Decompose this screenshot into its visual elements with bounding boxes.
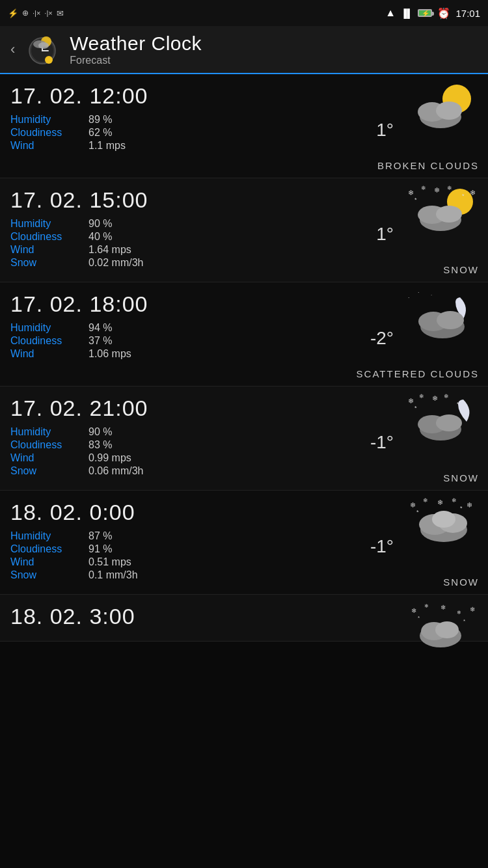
wind-row-1: Wind 1.64 mps	[10, 244, 478, 256]
svg-text:*: *	[416, 509, 419, 515]
wind-row-4: Wind 0.51 mps	[10, 556, 478, 568]
svg-text:❄: ❄	[408, 189, 414, 197]
wind-value-4: 0.51 mps	[88, 556, 131, 568]
svg-text:❄: ❄	[421, 185, 426, 191]
forecast-card-1: 17. 02. 15:00 Humidity 90 % Cloudiness 4…	[0, 178, 488, 282]
back-button[interactable]: ‹	[10, 41, 15, 58]
signal-x-icon-1: ·|×	[33, 9, 40, 17]
condition-2: SCATTERED CLOUDS	[357, 368, 479, 379]
humidity-label-2: Humidity	[10, 322, 88, 334]
status-time: 17:01	[455, 8, 480, 19]
snow-label-3: Snow	[10, 465, 88, 477]
snow-row-1: Snow 0.02 mm/3h	[10, 257, 478, 269]
condition-4: SNOW	[443, 576, 479, 588]
cloudiness-label-4: Cloudiness	[10, 543, 88, 555]
svg-text:*: *	[460, 505, 463, 511]
header-text: Weather Clock Forecast	[70, 33, 202, 66]
snow-value-3: 0.06 mm/3h	[88, 465, 143, 477]
svg-text:·: ·	[418, 289, 420, 295]
wifi-icon: ▲	[385, 7, 396, 19]
app-title: Weather Clock	[70, 33, 202, 55]
humidity-label-4: Humidity	[10, 530, 88, 542]
svg-point-15	[436, 206, 462, 223]
weather-icon-4: ❄ ❄ ❄ ❄ ❄ * *	[405, 496, 483, 554]
wind-row-0: Wind 1.1 mps	[10, 140, 478, 152]
cloudiness-value-1: 40 %	[88, 231, 112, 243]
condition-3: SNOW	[443, 472, 479, 483]
weather-icon-1: ❄ ❄ ❄ ❄ ❄ * *	[405, 183, 483, 242]
svg-point-51	[435, 621, 459, 638]
forecast-card-4: 18. 02. 0:00 Humidity 87 % Cloudiness 91…	[0, 491, 488, 595]
app-subtitle: Forecast	[70, 55, 202, 66]
condition-1: SNOW	[443, 264, 479, 275]
temperature-1: 1°	[376, 224, 394, 245]
humidity-label-0: Humidity	[10, 114, 88, 126]
svg-text:*: *	[414, 405, 417, 411]
humidity-value-2: 94 %	[88, 322, 112, 334]
wind-label-3: Wind	[10, 452, 88, 464]
app-logo	[25, 33, 59, 66]
forecast-list: 17. 02. 12:00 Humidity 89 % Cloudiness 6…	[0, 74, 488, 595]
cloudiness-value-3: 83 %	[88, 439, 112, 451]
wind-value-2: 1.06 mps	[88, 348, 131, 360]
svg-point-41	[432, 511, 455, 528]
cloudiness-label-1: Cloudiness	[10, 231, 88, 243]
svg-text:❄: ❄	[423, 497, 428, 504]
cloudiness-label-2: Cloudiness	[10, 335, 88, 347]
usb-icon: ⚡	[8, 8, 18, 18]
svg-point-31	[436, 414, 462, 431]
snow-label-4: Snow	[10, 569, 88, 581]
notification-icon: ⊕	[22, 8, 29, 18]
svg-text:·: ·	[431, 292, 432, 298]
svg-text:·: ·	[408, 294, 410, 301]
snow-row-4: Snow 0.1 mm/3h	[10, 569, 478, 581]
humidity-label-1: Humidity	[10, 218, 88, 230]
humidity-label-3: Humidity	[10, 426, 88, 438]
svg-text:❄: ❄	[434, 186, 440, 194]
app-header: ‹ Weather Clock Forecast	[0, 26, 488, 74]
weather-icon-partial: ❄ ❄ ❄ ❄ ❄ * *	[405, 600, 483, 658]
wind-label-1: Wind	[10, 244, 88, 256]
svg-text:❄: ❄	[467, 501, 472, 509]
status-bar: ⚡ ⊕ ·|× ·|× ✉ ▲ ▐▌ ⚡ ⏰ 17:01	[0, 0, 488, 26]
status-right-icons: ▲ ▐▌ ⚡ ⏰ 17:01	[385, 7, 480, 20]
humidity-value-1: 90 %	[88, 218, 112, 230]
svg-text:❄: ❄	[470, 189, 476, 197]
svg-text:❄: ❄	[411, 607, 416, 614]
wind-row-3: Wind 0.99 mps	[10, 452, 478, 464]
snow-row-3: Snow 0.06 mm/3h	[10, 465, 478, 477]
wind-label-2: Wind	[10, 348, 88, 360]
snow-value-1: 0.02 mm/3h	[88, 257, 143, 269]
svg-text:❄: ❄	[444, 393, 449, 400]
wind-value-0: 1.1 mps	[88, 140, 126, 152]
svg-point-6	[38, 42, 49, 49]
humidity-value-4: 87 %	[88, 530, 112, 542]
wind-label-0: Wind	[10, 140, 88, 152]
svg-text:*: *	[457, 401, 459, 407]
forecast-card-3: 17. 02. 21:00 Humidity 90 % Cloudiness 8…	[0, 387, 488, 491]
svg-text:*: *	[462, 193, 465, 199]
forecast-card-0: 17. 02. 12:00 Humidity 89 % Cloudiness 6…	[0, 74, 488, 178]
forecast-card-2: 17. 02. 18:00 Humidity 94 % Cloudiness 3…	[0, 282, 488, 387]
status-left-icons: ⚡ ⊕ ·|× ·|× ✉	[8, 8, 64, 18]
temperature-0: 1°	[376, 120, 394, 141]
svg-point-25	[437, 311, 464, 329]
battery-icon: ⚡	[418, 9, 432, 17]
snow-label-1: Snow	[10, 257, 88, 269]
svg-point-7	[45, 56, 53, 64]
svg-text:❄: ❄	[408, 397, 414, 405]
svg-text:❄: ❄	[441, 604, 446, 611]
wind-value-3: 0.99 mps	[88, 452, 131, 464]
svg-text:❄: ❄	[437, 498, 443, 506]
svg-text:❄: ❄	[447, 185, 452, 191]
weather-icon-2: · · ·	[405, 288, 483, 346]
humidity-value-0: 89 %	[88, 114, 112, 126]
cloudiness-label-0: Cloudiness	[10, 127, 88, 139]
svg-text:*: *	[463, 618, 465, 624]
svg-text:❄: ❄	[424, 603, 429, 609]
svg-text:*: *	[418, 615, 420, 621]
signal-icon: ▐▌	[401, 8, 413, 18]
condition-0: BROKEN CLOUDS	[377, 160, 479, 171]
temperature-3: -1°	[370, 432, 394, 453]
cloudiness-value-4: 91 %	[88, 543, 112, 555]
